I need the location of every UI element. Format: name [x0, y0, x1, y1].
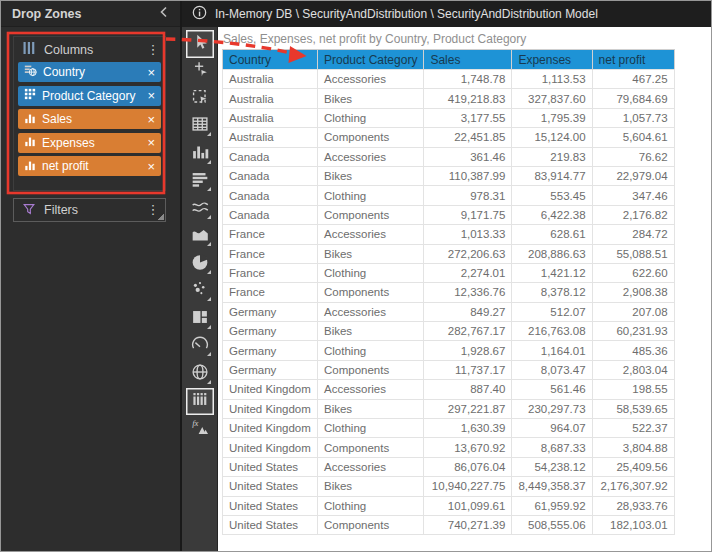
- table-cell: 361.46: [424, 147, 512, 166]
- info-icon: [192, 5, 207, 23]
- table-cell: 101,099.61: [424, 496, 512, 515]
- table-header-row: CountryProduct CategorySalesExpensesnet …: [223, 50, 675, 70]
- bar-chart-tool[interactable]: [186, 140, 214, 168]
- table-row: United StatesClothing101,099.6161,959.92…: [223, 496, 675, 515]
- table-row: CanadaComponents9,171.756,422.382,176.82: [223, 205, 675, 224]
- table-cell: United States: [223, 457, 318, 476]
- table-cell: France: [223, 283, 318, 302]
- table-cell: 849.27: [424, 302, 512, 321]
- table-cell: Clothing: [318, 496, 424, 515]
- table-cell: Australia: [223, 70, 318, 89]
- remove-field-icon[interactable]: ×: [147, 160, 155, 173]
- table-grid-icon: [189, 113, 211, 139]
- area-chart-icon: [189, 223, 211, 249]
- table-cell: Accessories: [318, 457, 424, 476]
- column-header-sales[interactable]: Sales: [424, 50, 512, 70]
- resize-grip[interactable]: [157, 213, 164, 220]
- row-bars-tool[interactable]: [186, 168, 214, 196]
- data-view: Sales, Expenses, net profit by Country, …: [218, 27, 711, 551]
- table-cell: United Kingdom: [223, 438, 318, 457]
- table-cell: 740,271.39: [424, 515, 512, 534]
- table-row: AustraliaAccessories1,748.781,113.53467.…: [223, 70, 675, 89]
- table-cell: Accessories: [318, 225, 424, 244]
- table-cell: 2,803.04: [592, 360, 674, 379]
- table-row: United StatesComponents740,271.39508,555…: [223, 515, 675, 534]
- table-cell: 10,940,227.75: [424, 477, 512, 496]
- table-cell: Components: [318, 360, 424, 379]
- table-cell: Components: [318, 128, 424, 147]
- columns-field-list: Country×Product Category×Sales×Expenses×…: [14, 62, 165, 190]
- grid-view-tool[interactable]: [186, 113, 214, 141]
- table-cell: 553.45: [512, 186, 592, 205]
- table-cell: 22,451.85: [424, 128, 512, 147]
- table-cell: United States: [223, 515, 318, 534]
- table-row: GermanyBikes282,767.17216,763.0860,231.9…: [223, 322, 675, 341]
- column-header-net-profit[interactable]: net profit: [592, 50, 674, 70]
- bar-chart-icon: [189, 141, 211, 167]
- main-region: In-Memory DB \ SecurityAndDistribution \…: [180, 1, 711, 551]
- table-cell: United States: [223, 496, 318, 515]
- breadcrumb-text: In-Memory DB \ SecurityAndDistribution \…: [215, 7, 598, 21]
- field-pill-sales[interactable]: Sales×: [18, 109, 161, 129]
- table-cell: 485.36: [592, 341, 674, 360]
- pointer-tool[interactable]: [186, 30, 214, 58]
- table-cell: Bikes: [318, 399, 424, 418]
- table-cell: 8,378.12: [512, 283, 592, 302]
- field-pill-expenses[interactable]: Expenses×: [18, 133, 161, 153]
- field-pill-label: Sales: [42, 112, 72, 126]
- table-cell: United States: [223, 477, 318, 496]
- area-chart-tool[interactable]: [186, 223, 214, 251]
- field-pill-country[interactable]: Country×: [18, 62, 161, 82]
- pie-chart-icon: [189, 251, 211, 277]
- drop-zones-title: Drop Zones: [12, 7, 81, 21]
- chevron-left-icon[interactable]: [158, 5, 170, 22]
- table-cell: 8,073.47: [512, 360, 592, 379]
- gauge-tool[interactable]: [186, 333, 214, 361]
- table-cell: 61,959.92: [512, 496, 592, 515]
- table-row: United KingdomBikes297,221.87230,297.735…: [223, 399, 675, 418]
- table-cell: Accessories: [318, 380, 424, 399]
- remove-field-icon[interactable]: ×: [147, 89, 155, 102]
- measure-bars-icon: [24, 159, 36, 174]
- remove-field-icon[interactable]: ×: [147, 66, 155, 79]
- table-cell: 282,767.17: [424, 322, 512, 341]
- table-cell: France: [223, 263, 318, 282]
- table-row: CanadaAccessories361.46219.8376.62: [223, 147, 675, 166]
- category-field-icon: [24, 88, 36, 103]
- pie-chart-tool[interactable]: [186, 250, 214, 278]
- formula-image-tool[interactable]: fx: [186, 415, 214, 443]
- table-cell: United Kingdom: [223, 419, 318, 438]
- table-row: GermanyClothing1,928.671,164.01485.36: [223, 341, 675, 360]
- table-cell: 76.62: [592, 147, 674, 166]
- table-cell: 198.55: [592, 380, 674, 399]
- table-cell: 28,933.76: [592, 496, 674, 515]
- scatter-chart-tool[interactable]: [186, 278, 214, 306]
- table-cell: Bikes: [318, 322, 424, 341]
- table-cell: 297,221.87: [424, 399, 512, 418]
- vertical-ellipsis-icon[interactable]: ⋮: [146, 43, 160, 57]
- line-chart-tool[interactable]: [186, 195, 214, 223]
- breadcrumb: In-Memory DB \ SecurityAndDistribution \…: [182, 1, 711, 27]
- map-tool[interactable]: [186, 360, 214, 388]
- table-cell: 9,171.75: [424, 205, 512, 224]
- crosshair-select-tool[interactable]: [186, 58, 214, 86]
- remove-field-icon[interactable]: ×: [147, 113, 155, 126]
- marquee-select-tool[interactable]: [186, 85, 214, 113]
- table-row: CanadaClothing978.31553.45347.46: [223, 186, 675, 205]
- data-table: CountryProduct CategorySalesExpensesnet …: [222, 49, 675, 535]
- field-pill-net-profit[interactable]: net profit×: [18, 156, 161, 176]
- table-cell: Components: [318, 515, 424, 534]
- table-cell: Canada: [223, 147, 318, 166]
- table-cell: Clothing: [318, 263, 424, 282]
- column-header-country[interactable]: Country: [223, 50, 318, 70]
- column-header-product-category[interactable]: Product Category: [318, 50, 424, 70]
- field-pill-product-category[interactable]: Product Category×: [18, 86, 161, 106]
- pivot-grid-tool[interactable]: [186, 388, 214, 416]
- remove-field-icon[interactable]: ×: [147, 136, 155, 149]
- treemap-tool[interactable]: [186, 305, 214, 333]
- table-cell: 110,387.99: [424, 166, 512, 185]
- globe-icon: [189, 361, 211, 387]
- table-cell: 964.07: [512, 419, 592, 438]
- column-header-expenses[interactable]: Expenses: [512, 50, 592, 70]
- table-row: AustraliaClothing3,177.551,795.391,057.7…: [223, 108, 675, 127]
